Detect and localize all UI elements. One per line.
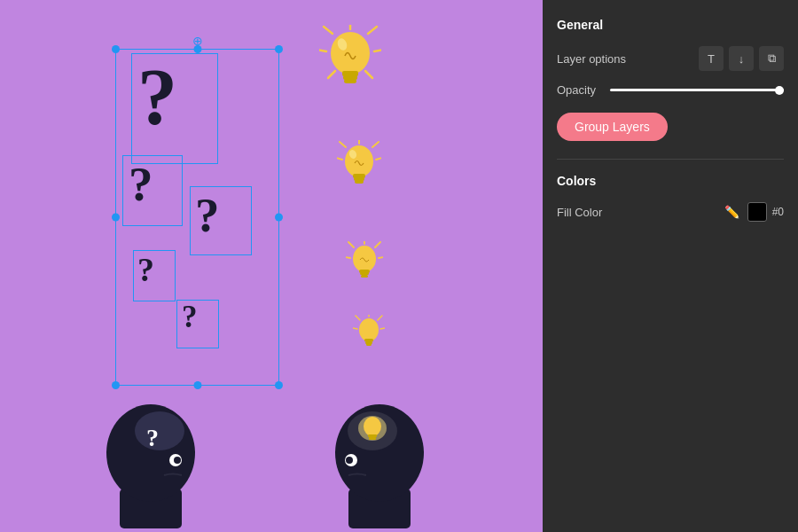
layer-options-icons: T ↓ ⧉ [699, 46, 784, 71]
svg-line-25 [348, 242, 354, 247]
fill-color-swatch[interactable] [747, 202, 767, 222]
group-layers-button[interactable]: Group Layers [557, 113, 668, 141]
handle-tr[interactable] [275, 45, 283, 53]
handle-br[interactable] [275, 381, 283, 389]
lightbulb-large [319, 25, 381, 104]
svg-point-7 [331, 32, 370, 74]
layer-options-label: Layer options [557, 52, 626, 66]
svg-point-45 [174, 457, 181, 464]
fill-color-label: Fill Color [557, 206, 602, 219]
question-mark-sm2: ? [182, 301, 198, 332]
svg-line-5 [365, 71, 372, 78]
svg-line-6 [328, 71, 335, 78]
layer-copy-button[interactable]: ⧉ [759, 46, 784, 71]
question-mark-med2: ? [195, 191, 220, 239]
svg-line-14 [376, 158, 381, 160]
svg-point-42 [135, 411, 184, 450]
divider [557, 159, 784, 160]
svg-line-4 [319, 50, 326, 51]
layer-options-row: Layer options T ↓ ⧉ [557, 46, 784, 71]
svg-line-1 [368, 27, 377, 34]
svg-rect-29 [360, 272, 369, 275]
fill-color-hex: #0 [772, 206, 784, 218]
opacity-label: Opacity [557, 83, 610, 97]
svg-rect-20 [355, 180, 364, 184]
lightbulb-medium [337, 140, 381, 199]
svg-line-33 [380, 328, 385, 329]
svg-line-15 [340, 142, 346, 147]
svg-rect-39 [366, 343, 372, 346]
svg-rect-52 [369, 437, 376, 440]
head-silhouette-right [309, 364, 450, 532]
svg-rect-30 [361, 275, 368, 278]
svg-line-3 [324, 27, 332, 34]
handle-ml[interactable] [112, 214, 120, 222]
svg-line-23 [375, 242, 380, 247]
layer-text-button[interactable]: T [699, 46, 724, 71]
svg-point-17 [345, 145, 373, 177]
svg-rect-51 [368, 434, 377, 437]
head-silhouette-left: ? [80, 364, 222, 532]
svg-point-50 [364, 417, 381, 436]
canvas: ⊕ ? ? ? ? ? [0, 0, 543, 532]
lightbulb-tiny [353, 315, 385, 359]
svg-text:?: ? [146, 424, 159, 451]
lightbulb-small [346, 241, 383, 291]
handle-tl[interactable] [112, 45, 120, 53]
question-mark-large: ? [137, 58, 177, 137]
question-mark-sm1: ? [137, 253, 154, 286]
right-panel: General Layer options T ↓ ⧉ Opacity Grou… [543, 0, 798, 532]
question-mark-med1: ? [129, 160, 153, 208]
colors-section-title: Colors [557, 174, 784, 188]
selection-drag-handle[interactable]: ⊕ [192, 34, 203, 48]
general-section-title: General [557, 18, 784, 32]
opacity-row: Opacity [557, 83, 784, 97]
opacity-slider[interactable] [610, 89, 784, 91]
svg-line-2 [374, 50, 381, 51]
eyedropper-icon[interactable]: ✏️ [723, 202, 742, 222]
layer-download-button[interactable]: ↓ [729, 46, 754, 71]
svg-line-35 [353, 328, 357, 329]
handle-mr[interactable] [275, 214, 283, 222]
svg-line-13 [372, 142, 379, 147]
svg-line-26 [346, 257, 350, 258]
svg-point-36 [359, 318, 379, 341]
fill-color-controls: ✏️ #0 [723, 202, 784, 222]
svg-line-24 [379, 257, 383, 258]
handle-tm[interactable] [193, 45, 201, 53]
svg-rect-10 [344, 79, 356, 83]
svg-line-34 [356, 316, 360, 320]
fill-color-row: Fill Color ✏️ #0 [557, 202, 784, 222]
svg-line-16 [337, 158, 342, 160]
svg-line-32 [378, 316, 382, 320]
svg-point-54 [346, 457, 353, 464]
svg-rect-37 [364, 339, 373, 342]
